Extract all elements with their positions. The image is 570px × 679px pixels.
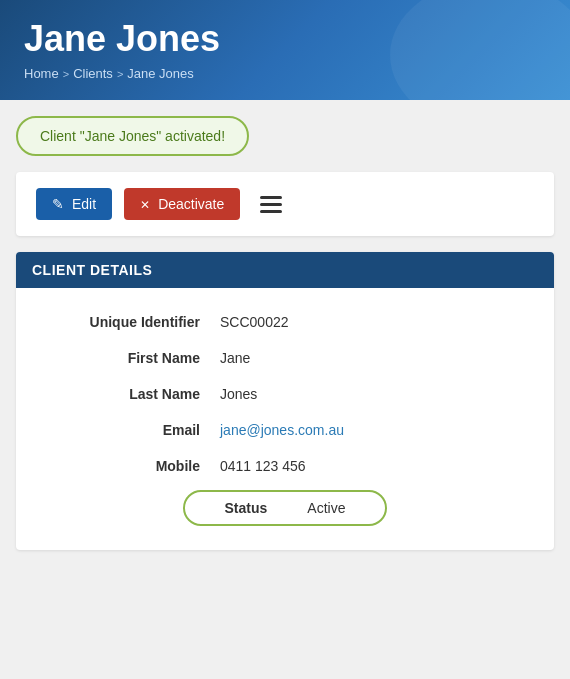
details-header: CLIENT DETAILS [16,252,554,288]
breadcrumb-home[interactable]: Home [24,66,59,81]
value-status: Active [307,500,345,516]
page-header: Jane Jones Home > Clients > Jane Jones [0,0,570,100]
alert-message: Client "Jane Jones" activated! [40,128,225,144]
detail-row-lastname: Last Name Jones [40,376,530,412]
value-lastname: Jones [220,386,257,402]
value-uid: SCC00022 [220,314,289,330]
detail-row-uid: Unique Identifier SCC00022 [40,304,530,340]
menu-bar-1 [260,196,282,199]
status-oval: Status Active [183,490,388,526]
action-bar: Edit Deactivate [16,172,554,236]
detail-row-email: Email jane@jones.com.au [40,412,530,448]
menu-bar-2 [260,203,282,206]
breadcrumb-clients[interactable]: Clients [73,66,113,81]
menu-button[interactable] [252,192,290,217]
breadcrumb: Home > Clients > Jane Jones [24,66,546,81]
details-body: Unique Identifier SCC00022 First Name Ja… [16,288,554,550]
value-email[interactable]: jane@jones.com.au [220,422,344,438]
label-status: Status [225,500,288,516]
label-mobile: Mobile [40,458,220,474]
value-mobile: 0411 123 456 [220,458,306,474]
menu-bar-3 [260,210,282,213]
edit-label: Edit [72,196,96,212]
label-uid: Unique Identifier [40,314,220,330]
breadcrumb-current: Jane Jones [127,66,194,81]
edit-button[interactable]: Edit [36,188,112,220]
pencil-icon [52,196,66,212]
main-content: Client "Jane Jones" activated! Edit Deac… [0,100,570,566]
breadcrumb-sep1: > [63,68,69,80]
deactivate-label: Deactivate [158,196,224,212]
breadcrumb-sep2: > [117,68,123,80]
success-alert: Client "Jane Jones" activated! [16,116,249,156]
detail-row-mobile: Mobile 0411 123 456 [40,448,530,484]
deactivate-button[interactable]: Deactivate [124,188,240,220]
status-row-wrapper: Status Active [40,490,530,526]
value-firstname: Jane [220,350,250,366]
page-title: Jane Jones [24,18,546,60]
label-email: Email [40,422,220,438]
label-firstname: First Name [40,350,220,366]
detail-row-firstname: First Name Jane [40,340,530,376]
label-lastname: Last Name [40,386,220,402]
client-details-card: CLIENT DETAILS Unique Identifier SCC0002… [16,252,554,550]
times-icon [140,196,152,212]
